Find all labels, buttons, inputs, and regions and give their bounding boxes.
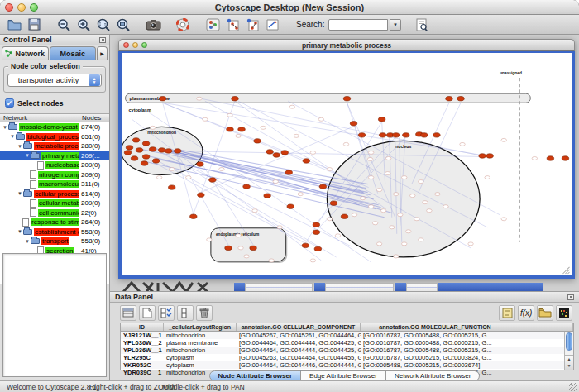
cell[interactable]: YPL036W__2: [121, 339, 164, 347]
cell[interactable]: [GO:0016787, GO:0005488, GO:0005215, G..…: [361, 347, 510, 354]
background-window-edge[interactable]: [234, 283, 245, 291]
tree-row-cellular-process[interactable]: ▾cellular process614(0): [0, 189, 109, 199]
tabs-overflow-arrow[interactable]: ▶: [97, 46, 108, 60]
cell[interactable]: [GO:0044464, GO:0044446, GO:0044444, G..…: [237, 361, 361, 369]
zoom-selected-button[interactable]: [114, 17, 132, 33]
expand-arrow-icon[interactable]: ▾: [17, 190, 23, 197]
expand-arrow-icon[interactable]: ▾: [24, 152, 31, 159]
tree-row-mosaic-demo-yeast[interactable]: ▾mosaic-demo-yeast874(0): [0, 122, 109, 132]
expand-arrow-icon[interactable]: ▾: [17, 143, 23, 150]
tree-row-nucleobase-c[interactable]: nucleobase-c209(0): [0, 160, 109, 170]
cell[interactable]: [GO:0045267, GO:0045261, GO:0044464, G..…: [237, 332, 361, 339]
zoom-out-button[interactable]: [55, 17, 73, 33]
snapshot-button[interactable]: [144, 17, 162, 33]
unselect-attributes-button[interactable]: [177, 305, 194, 321]
table-row-ypl036w-2[interactable]: YPL036W__2plasma membrane[GO:0044464, GO…: [121, 339, 573, 347]
cell[interactable]: YPL036W__1: [121, 347, 164, 354]
advanced-search-button[interactable]: [413, 17, 431, 33]
network-window-titlebar[interactable]: primary metabolic process: [118, 39, 575, 51]
tree-row-metabolic-process[interactable]: ▾metabolic process280(0): [0, 141, 109, 151]
cell[interactable]: [GO:0044464, GO:0044444, GO:0044425, G..…: [237, 347, 361, 354]
tab-network[interactable]: Network: [2, 46, 49, 60]
canvas-resize-grip[interactable]: [562, 267, 569, 274]
background-window-edge[interactable]: [438, 283, 543, 291]
cell[interactable]: YKR052C: [121, 361, 164, 369]
col-region[interactable]: _cellularLayoutRegion: [164, 323, 237, 331]
tree-header-nodes[interactable]: Nodes: [79, 114, 109, 122]
col-molecular-function[interactable]: annotation.GO MOLECULAR_FUNCTION: [361, 323, 510, 331]
table-row-ykr052c[interactable]: YKR052Ccytoplasm[GO:0044464, GO:0044446,…: [121, 361, 573, 369]
select-nodes-checkbox[interactable]: ✓: [5, 98, 14, 108]
table-row-ylr295c[interactable]: YLR295Ccytoplasm[GO:0045263, GO:0044464,…: [121, 354, 573, 361]
float-data-panel-icon[interactable]: [567, 294, 574, 300]
cell[interactable]: [GO:0016787, GO:0005488, GO:0005215, G..…: [361, 339, 510, 347]
tree-row-nitrogen-compo[interactable]: nitrogen compo209(0): [0, 170, 109, 180]
tree-row-response-to-stimulu[interactable]: response to stimulu264(0): [0, 218, 109, 227]
help-button[interactable]: [174, 17, 192, 33]
cell[interactable]: [GO:0005488, GO:0005215, GO:0003674]: [361, 361, 510, 369]
scrollbar-arrows[interactable]: ▲▼: [565, 355, 573, 370]
birdseye-view-panel[interactable]: [2, 253, 107, 377]
cell[interactable]: YLR295C: [121, 354, 164, 361]
search-input[interactable]: [328, 19, 388, 31]
tree-row-cell-communicat[interactable]: cell communicat22(0): [0, 208, 109, 218]
attribute-equation-button[interactable]: f(x): [518, 305, 534, 321]
delete-attribute-button[interactable]: [196, 305, 213, 321]
cell[interactable]: [GO:0016787, GO:0005488, GO:0005215, G..…: [361, 332, 510, 339]
zoom-fit-button[interactable]: [94, 17, 112, 33]
attribute-table-header[interactable]: ID _cellularLayoutRegion annotation.GO C…: [121, 323, 573, 332]
attribute-notes-button[interactable]: [499, 305, 515, 321]
float-panel-icon[interactable]: [99, 37, 106, 43]
tree-row-cellular-metabo[interactable]: cellular metabo209(0): [0, 198, 109, 208]
cell[interactable]: [GO:0016787, GO:0005215, GO:0003824, G..…: [361, 354, 510, 361]
tab-mosaic[interactable]: Mosaic: [50, 46, 97, 60]
background-window-edge[interactable]: [314, 283, 325, 291]
tree-row-macromolecule[interactable]: macromolecule311(0): [0, 179, 109, 189]
window-titlebar[interactable]: Cytoscape Desktop (New Session): [0, 0, 579, 15]
tree-row-establishment-of-lo[interactable]: ▾establishment of lo558(0): [0, 227, 109, 237]
attribute-table-button[interactable]: [120, 305, 136, 321]
col-cellular-component[interactable]: annotation.GO CELLULAR_COMPONENT: [237, 323, 361, 331]
search-dropdown-arrow[interactable]: ▼: [390, 19, 401, 31]
open-file-button[interactable]: [5, 17, 23, 33]
background-window[interactable]: [245, 283, 313, 291]
plasma-membrane-region[interactable]: [126, 93, 531, 103]
tree-row-biological-process[interactable]: ▾biological_process651(0): [0, 132, 109, 142]
cell[interactable]: YJR121W__1: [121, 332, 164, 339]
table-row-ypl036w-1[interactable]: YPL036W__1mitochondrion[GO:0044464, GO:0…: [121, 347, 573, 354]
cell[interactable]: cytoplasm: [164, 354, 237, 361]
background-window[interactable]: [406, 283, 438, 291]
vizmapper-button[interactable]: [203, 17, 222, 33]
resize-grip[interactable]: [569, 383, 577, 391]
network-canvas[interactable]: plasma membrane cytoplasm mitochondrion …: [122, 53, 572, 275]
apply-layout-b-button[interactable]: [243, 17, 261, 33]
tree-row-primary-metabo[interactable]: ▾primary metabo209(...: [0, 151, 109, 161]
expand-arrow-icon[interactable]: ▾: [9, 133, 16, 140]
zoom-in-button[interactable]: [74, 17, 93, 33]
cell[interactable]: cytoplasm: [164, 361, 237, 369]
table-row-yjr121w-1[interactable]: YJR121W__1mitochondrion[GO:0045267, GO:0…: [121, 332, 573, 339]
expand-arrow-icon[interactable]: ▾: [17, 228, 23, 235]
tree-header-network[interactable]: Network: [0, 114, 79, 122]
attribute-matrix-button[interactable]: [556, 305, 572, 321]
tree-row-transport[interactable]: ▾transport558(0): [0, 237, 109, 246]
cell[interactable]: [GO:0045263, GO:0044464, GO:0044455, G..…: [237, 354, 361, 361]
cell[interactable]: mitochondrion: [164, 332, 237, 339]
background-window[interactable]: [325, 283, 394, 291]
import-attributes-button[interactable]: [537, 305, 553, 321]
cell[interactable]: plasma membrane: [164, 339, 237, 347]
annotations-button[interactable]: [263, 17, 281, 33]
scrollbar-thumb[interactable]: [566, 332, 572, 351]
expand-arrow-icon[interactable]: ▾: [24, 238, 31, 245]
table-scrollbar[interactable]: ▲▼: [564, 332, 573, 370]
cell[interactable]: [GO:0044464, GO:0044444, GO:0044425, G..…: [237, 339, 361, 347]
background-window-edge[interactable]: [395, 283, 406, 291]
apply-layout-a-button[interactable]: [223, 17, 242, 33]
create-attribute-button[interactable]: [139, 305, 156, 321]
node-color-dropdown[interactable]: transporter activity ▲▼: [7, 74, 102, 87]
save-session-button[interactable]: [25, 17, 43, 33]
select-attributes-button[interactable]: [158, 305, 175, 321]
expand-arrow-icon[interactable]: ▾: [2, 124, 8, 131]
col-id[interactable]: ID: [121, 323, 164, 331]
cell[interactable]: mitochondrion: [164, 347, 237, 354]
